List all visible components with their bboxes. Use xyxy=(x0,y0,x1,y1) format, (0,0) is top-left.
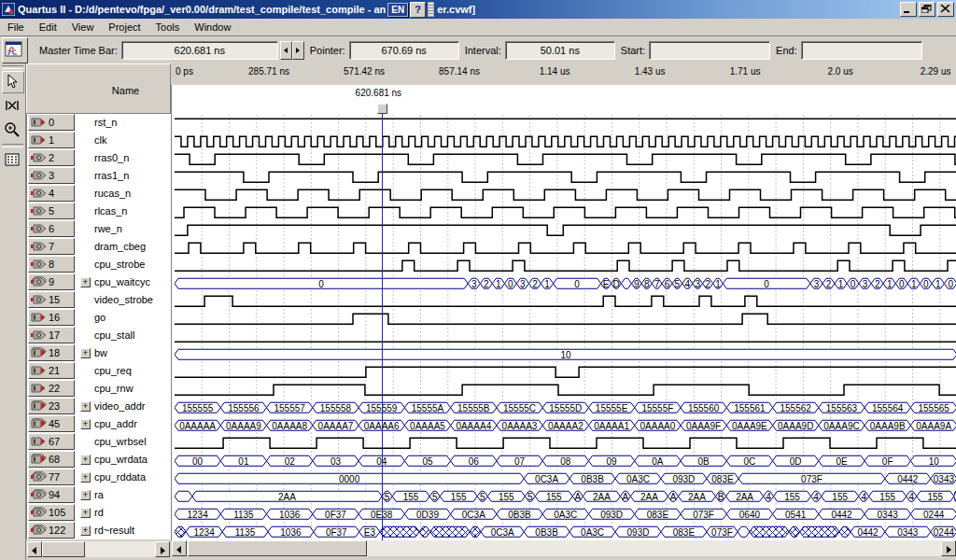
signal-row-rd[interactable]: 105+rd xyxy=(27,504,172,522)
row-number-button[interactable]: 105 xyxy=(28,504,75,521)
language-badge[interactable]: EN xyxy=(387,3,408,17)
time-tick-label: 1.43 us xyxy=(627,66,672,77)
signal-row-rucas_n[interactable]: 4rucas_n xyxy=(27,185,172,203)
restore-button[interactable] xyxy=(919,2,935,17)
close-button[interactable] xyxy=(937,2,954,17)
scroll-thumb[interactable] xyxy=(42,541,85,557)
signal-row-cpu_rnw[interactable]: 22cpu_rnw xyxy=(27,380,172,398)
menu-item-edit[interactable]: Edit xyxy=(32,21,64,34)
svg-text:01: 01 xyxy=(238,456,249,467)
menu-item-window[interactable]: Window xyxy=(187,21,238,34)
row-number-button[interactable]: 0 xyxy=(28,114,75,131)
minimize-button[interactable] xyxy=(900,2,917,17)
expand-group-button[interactable]: + xyxy=(80,490,91,500)
master-time-cursor-handle[interactable] xyxy=(377,104,387,114)
scroll-left-button[interactable] xyxy=(27,541,42,557)
master-time-cursor[interactable] xyxy=(382,114,383,540)
master-time-right-button[interactable] xyxy=(292,41,304,60)
text-tool-button[interactable] xyxy=(2,95,24,118)
zoom-tool-button[interactable] xyxy=(2,119,24,142)
row-number-button[interactable]: 68 xyxy=(28,451,75,468)
expand-group-button[interactable]: + xyxy=(80,508,91,518)
signal-row-cpu_waitcyc[interactable]: 9+cpu_waitcyc xyxy=(27,273,172,291)
row-number-button[interactable]: 77 xyxy=(28,469,75,485)
row-number-button[interactable]: 6 xyxy=(28,220,75,237)
waveform-hscrollbar[interactable] xyxy=(172,540,956,556)
master-time-left-button[interactable] xyxy=(280,41,292,60)
signal-row-cpu_wrdata[interactable]: 68+cpu_wrdata xyxy=(27,451,172,469)
expand-group-button[interactable]: + xyxy=(80,472,91,483)
waveform-rras0_n xyxy=(175,150,956,169)
row-number-button[interactable]: 15 xyxy=(28,291,75,308)
signal-row-rd~result[interactable]: 122+rd~result xyxy=(27,522,172,539)
scroll-left-button[interactable] xyxy=(172,540,187,556)
end-field[interactable] xyxy=(801,41,922,60)
svg-text:1: 1 xyxy=(935,279,941,289)
waveform-canvas[interactable]: 032103210ED98765432103210321010101015555… xyxy=(171,85,956,540)
full-screen-tool-button[interactable] xyxy=(2,149,24,172)
signal-row-video_addr[interactable]: 23+video_addr xyxy=(27,398,172,415)
svg-text:083E: 083E xyxy=(647,510,669,520)
row-number-button[interactable]: 122 xyxy=(28,522,75,539)
svg-text:1: 1 xyxy=(496,279,501,289)
signal-row-rst_n[interactable]: 0rst_n xyxy=(27,114,172,132)
row-number-button[interactable]: 4 xyxy=(28,185,75,202)
scroll-right-button[interactable] xyxy=(941,540,956,556)
row-number-button[interactable]: 9 xyxy=(28,273,75,290)
row-number-button[interactable]: 1 xyxy=(28,132,75,148)
signal-row-cpu_strobe[interactable]: 8cpu_strobe xyxy=(27,256,172,273)
language-bar-grip-icon[interactable] xyxy=(428,2,434,17)
scroll-right-button[interactable] xyxy=(155,541,170,557)
expand-group-button[interactable]: + xyxy=(80,455,91,465)
waveform-editor-button[interactable] xyxy=(2,37,28,63)
signal-row-rras0_n[interactable]: 2rras0_n xyxy=(27,149,172,167)
expand-group-button[interactable]: + xyxy=(80,401,91,412)
row-number-button[interactable]: 5 xyxy=(28,203,75,219)
signal-row-cpu_rddata[interactable]: 77+cpu_rddata xyxy=(27,469,172,486)
expand-group-button[interactable]: + xyxy=(80,419,91,429)
signal-row-cpu_addr[interactable]: 45+cpu_addr xyxy=(27,415,172,433)
signal-row-rras1_n[interactable]: 3rras1_n xyxy=(27,167,172,185)
row-number-button[interactable]: 23 xyxy=(28,398,75,414)
signal-row-go[interactable]: 16go xyxy=(27,309,172,327)
selection-tool-button[interactable] xyxy=(2,71,24,93)
row-number-button[interactable]: 7 xyxy=(28,238,75,255)
row-number-button[interactable]: 18 xyxy=(28,344,75,361)
signal-row-cpu_wrbsel[interactable]: 67cpu_wrbsel xyxy=(27,433,172,451)
time-axis-header[interactable]: 0 ps285.71 ns571.42 ns857.14 ns1.14 us1.… xyxy=(171,63,956,86)
expand-group-button[interactable]: + xyxy=(80,277,91,287)
expand-group-button[interactable]: + xyxy=(80,348,91,358)
signal-row-clk[interactable]: 1clk xyxy=(27,132,172,149)
row-number-button[interactable]: 67 xyxy=(28,433,75,450)
signal-row-bw[interactable]: 18+bw xyxy=(27,344,172,362)
row-number-button[interactable]: 21 xyxy=(28,362,75,379)
menu-item-project[interactable]: Project xyxy=(101,21,148,34)
expand-group-button[interactable]: + xyxy=(80,525,91,536)
signal-row-rwe_n[interactable]: 6rwe_n xyxy=(27,220,172,238)
signal-name: dram_cbeg xyxy=(94,241,146,252)
menu-item-view[interactable]: View xyxy=(64,21,102,34)
signal-row-cpu_stall[interactable]: 17cpu_stall xyxy=(27,327,172,344)
signal-row-ra[interactable]: 94+ra xyxy=(27,486,172,504)
row-number-button[interactable]: 8 xyxy=(28,256,75,273)
signal-row-dram_cbeg[interactable]: 7dram_cbeg xyxy=(27,238,172,256)
row-number-button[interactable]: 2 xyxy=(28,149,75,166)
row-number-button[interactable]: 3 xyxy=(28,167,75,184)
row-number-button[interactable]: 45 xyxy=(28,415,75,432)
svg-text:083E: 083E xyxy=(711,474,734,484)
row-number-button[interactable]: 17 xyxy=(28,327,75,343)
row-number-button[interactable]: 16 xyxy=(28,309,75,326)
row-number-button[interactable]: 94 xyxy=(28,486,75,503)
language-help-button[interactable]: ? xyxy=(410,2,426,18)
signal-row-cpu_req[interactable]: 21cpu_req xyxy=(27,362,172,380)
svg-text:0F37: 0F37 xyxy=(326,527,347,538)
signal-row-video_strobe[interactable]: 15video_strobe xyxy=(27,291,172,309)
menu-item-tools[interactable]: Tools xyxy=(148,21,188,34)
name-panel-hscrollbar[interactable] xyxy=(27,541,170,557)
scroll-thumb[interactable] xyxy=(188,540,367,556)
start-field[interactable] xyxy=(649,41,770,60)
signal-row-rlcas_n[interactable]: 5rlcas_n xyxy=(27,203,172,220)
master-time-bar-field[interactable]: 620.681 ns xyxy=(121,41,278,60)
row-number-button[interactable]: 22 xyxy=(28,380,75,397)
menu-item-file[interactable]: File xyxy=(0,21,32,34)
